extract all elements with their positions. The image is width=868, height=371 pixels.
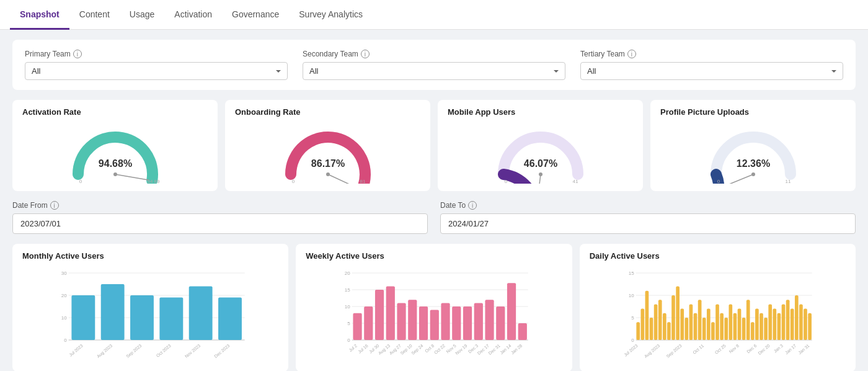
svg-text:94: 94 xyxy=(147,179,153,184)
svg-rect-78 xyxy=(497,306,505,340)
date-from-group: Date From i xyxy=(12,201,428,234)
svg-text:41: 41 xyxy=(572,179,578,184)
svg-rect-132 xyxy=(773,309,776,340)
svg-rect-101 xyxy=(663,313,666,340)
svg-text:Oct 2023: Oct 2023 xyxy=(156,343,172,358)
svg-text:Aug 27: Aug 27 xyxy=(389,343,402,355)
svg-rect-104 xyxy=(676,287,680,340)
chart-title: Weekly Active Users xyxy=(306,251,562,261)
svg-rect-111 xyxy=(702,318,706,340)
date-from-info-icon[interactable]: i xyxy=(50,201,59,210)
svg-rect-133 xyxy=(777,313,781,340)
chart-title: Monthly Active Users xyxy=(22,251,278,261)
chart-card-daily-active-users: Daily Active Users151050Jul 2023Aug 2023… xyxy=(580,244,856,371)
svg-text:Jan 31: Jan 31 xyxy=(797,343,810,355)
svg-text:Aug 13: Aug 13 xyxy=(378,343,391,355)
gauge-title-activation-rate: Activation Rate xyxy=(22,107,81,117)
gauge-row: Activation Rate94.68%09489Onboarding Rat… xyxy=(12,100,856,191)
tab-governance[interactable]: Governance xyxy=(222,1,289,30)
date-to-info-icon[interactable]: i xyxy=(468,201,477,210)
svg-rect-62 xyxy=(409,300,417,340)
svg-rect-120 xyxy=(733,313,737,340)
svg-text:10: 10 xyxy=(345,304,350,310)
svg-text:10: 10 xyxy=(628,293,634,298)
svg-rect-64 xyxy=(419,306,428,340)
secondary-team-info-icon[interactable]: i xyxy=(361,50,370,58)
bar-chart-svg: 151050Jul 2023Aug 2023Sep 2023Oct 11Oct … xyxy=(590,266,846,365)
svg-rect-129 xyxy=(764,318,768,340)
tertiary-team-label: Tertiary Team i xyxy=(580,50,843,58)
secondary-team-label: Secondary Team i xyxy=(303,50,565,58)
tab-snapshot[interactable]: Snapshot xyxy=(10,1,69,30)
filters-row: Primary Team i All Secondary Team i All … xyxy=(12,40,856,90)
svg-text:Sep 10: Sep 10 xyxy=(400,343,414,355)
primary-team-select[interactable]: All xyxy=(25,62,288,80)
date-from-input[interactable] xyxy=(12,213,428,234)
svg-rect-60 xyxy=(397,303,406,340)
svg-point-6 xyxy=(326,172,330,176)
svg-text:Jan 3: Jan 3 xyxy=(773,343,784,353)
svg-rect-103 xyxy=(671,295,675,340)
svg-text:Nov 2023: Nov 2023 xyxy=(184,343,202,359)
gauge-card-onboarding-rate: Onboarding Rate86.17%08194 xyxy=(225,100,430,191)
primary-team-filter: Primary Team i All xyxy=(25,50,288,80)
svg-rect-105 xyxy=(680,309,684,340)
tertiary-team-select[interactable]: All xyxy=(580,62,843,80)
svg-rect-110 xyxy=(698,300,701,340)
svg-text:Jul 2023: Jul 2023 xyxy=(68,343,84,357)
svg-text:0: 0 xyxy=(717,179,720,184)
tab-survey-analytics[interactable]: Survey Analytics xyxy=(289,1,373,30)
date-to-group: Date To i xyxy=(440,201,856,234)
nav-bar: Snapshot Content Usage Activation Govern… xyxy=(0,0,868,30)
svg-text:Sep 24: Sep 24 xyxy=(411,343,425,355)
bar-chart-svg: 20151050Jul 2Jul 16Jul 30Aug 13Aug 27Sep… xyxy=(306,266,562,365)
date-to-input[interactable] xyxy=(440,213,856,234)
tertiary-team-info-icon[interactable]: i xyxy=(627,50,636,58)
chart-row: Monthly Active Users3020100Jul 2023Aug 2… xyxy=(12,244,856,371)
svg-rect-54 xyxy=(365,306,373,340)
svg-rect-31 xyxy=(101,284,125,340)
tab-activation[interactable]: Activation xyxy=(164,1,222,30)
svg-text:0: 0 xyxy=(291,179,294,184)
svg-rect-37 xyxy=(189,287,213,340)
main-content: Primary Team i All Secondary Team i All … xyxy=(0,30,868,371)
primary-team-info-icon[interactable]: i xyxy=(73,50,82,58)
svg-rect-56 xyxy=(375,290,384,340)
svg-rect-76 xyxy=(485,300,494,340)
svg-rect-96 xyxy=(645,291,649,340)
svg-rect-98 xyxy=(653,304,657,340)
svg-line-5 xyxy=(328,174,359,184)
svg-rect-97 xyxy=(649,318,653,340)
svg-text:Aug 2023: Aug 2023 xyxy=(644,343,661,359)
svg-rect-80 xyxy=(507,283,516,340)
svg-text:0: 0 xyxy=(348,337,351,343)
svg-rect-107 xyxy=(684,318,688,340)
svg-text:5: 5 xyxy=(348,321,351,326)
tab-usage[interactable]: Usage xyxy=(120,1,164,30)
svg-text:Dec 20: Dec 20 xyxy=(757,343,771,355)
primary-team-label: Primary Team i xyxy=(25,50,288,58)
svg-rect-126 xyxy=(755,309,759,340)
svg-text:10: 10 xyxy=(61,315,67,321)
svg-rect-113 xyxy=(707,309,711,340)
tab-content[interactable]: Content xyxy=(69,1,120,30)
svg-line-0 xyxy=(115,174,149,180)
svg-text:0: 0 xyxy=(64,337,67,343)
svg-rect-141 xyxy=(804,309,807,340)
svg-text:Dec 2023: Dec 2023 xyxy=(213,343,231,359)
gauge-svg-onboarding-rate: 86.17%08194 xyxy=(278,122,378,184)
svg-text:15: 15 xyxy=(345,287,350,293)
secondary-team-select[interactable]: All xyxy=(303,62,565,80)
svg-rect-95 xyxy=(640,309,644,340)
svg-point-11 xyxy=(539,172,542,176)
svg-rect-102 xyxy=(667,322,671,340)
secondary-team-filter: Secondary Team i All xyxy=(303,50,565,80)
svg-text:Dec 31: Dec 31 xyxy=(488,343,502,355)
svg-rect-130 xyxy=(768,304,772,340)
svg-text:Oct 22: Oct 22 xyxy=(433,343,446,355)
svg-rect-114 xyxy=(711,322,715,340)
svg-text:Dec 17: Dec 17 xyxy=(477,343,490,355)
svg-text:81: 81 xyxy=(360,179,365,184)
svg-rect-142 xyxy=(808,313,812,340)
svg-text:Nov 8: Nov 8 xyxy=(728,343,740,354)
